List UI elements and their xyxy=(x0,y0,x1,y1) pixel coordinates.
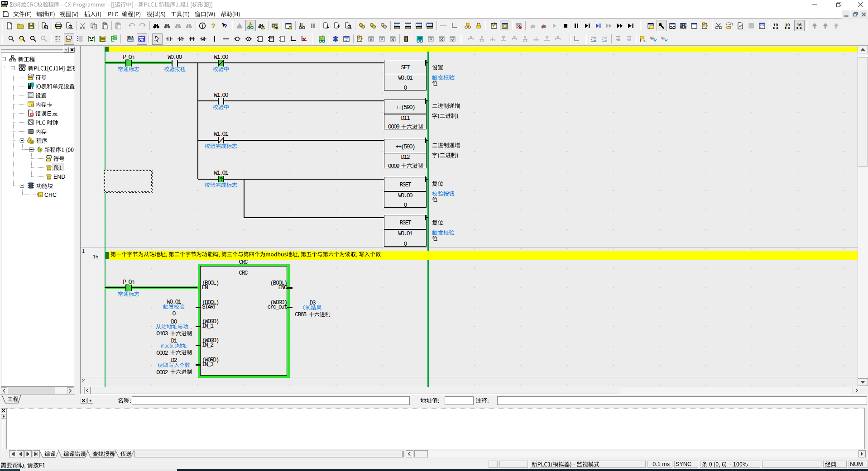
svg-text:%: % xyxy=(661,36,666,41)
svg-text:SMA: SMA xyxy=(127,36,134,39)
svg-text:HH: HH xyxy=(418,37,422,40)
svg-text:?: ? xyxy=(211,22,215,29)
svg-text:10: 10 xyxy=(773,22,778,27)
svg-text:16: 16 xyxy=(797,22,802,27)
svg-text:CT: CT xyxy=(139,37,144,42)
svg-text:?: ? xyxy=(224,24,227,29)
svg-text:i: i xyxy=(202,24,203,29)
svg-text:L: L xyxy=(39,193,42,197)
svg-text:%: % xyxy=(650,36,655,41)
